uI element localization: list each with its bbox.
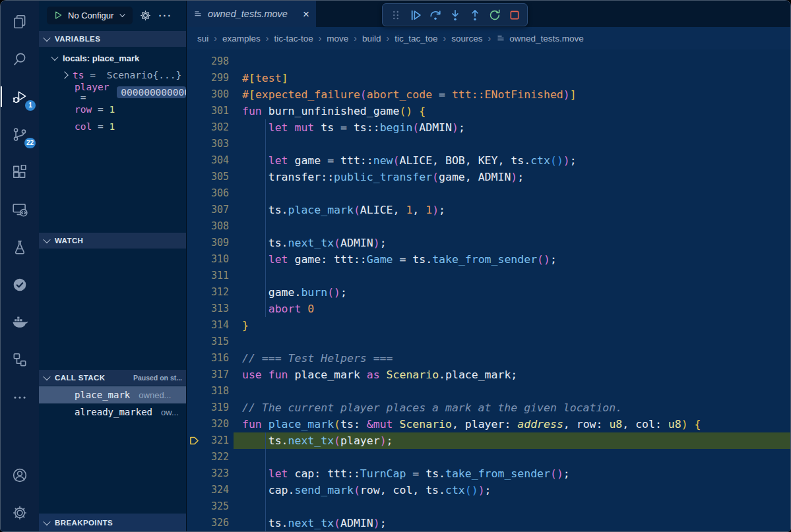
line-content[interactable]: ts.next_tx(ADMIN); bbox=[234, 515, 790, 531]
line-number[interactable]: 306 bbox=[187, 185, 229, 202]
breadcrumb-examples[interactable]: examples bbox=[222, 34, 261, 44]
activity-docker[interactable] bbox=[1, 303, 39, 341]
line-content[interactable]: let game = ttt::new(ALICE, BOB, KEY, ts.… bbox=[234, 152, 790, 169]
line-number[interactable]: 311 bbox=[187, 268, 229, 284]
line-number[interactable]: 321 bbox=[187, 432, 229, 449]
toolbar-grip[interactable] bbox=[386, 5, 405, 24]
line-number[interactable]: 301 bbox=[187, 103, 229, 119]
stop-button[interactable] bbox=[505, 5, 524, 24]
continue-button[interactable] bbox=[406, 5, 425, 24]
breadcrumb-build[interactable]: build bbox=[362, 34, 381, 44]
line-number[interactable]: 309 bbox=[187, 235, 229, 251]
line-number[interactable]: 298 bbox=[187, 53, 229, 70]
line-number[interactable]: 307 bbox=[187, 202, 229, 218]
line-number[interactable]: 305 bbox=[187, 169, 229, 185]
line-number[interactable]: 320 bbox=[187, 416, 229, 432]
variable-row-player[interactable]: player = 000000000000… bbox=[39, 84, 186, 101]
line-number[interactable]: 316 bbox=[187, 350, 229, 367]
watch-section-header[interactable]: WATCH bbox=[39, 233, 186, 249]
activity-checks[interactable] bbox=[1, 266, 39, 303]
activity-remote-explorer[interactable] bbox=[1, 191, 39, 228]
line-number[interactable]: 323 bbox=[187, 465, 229, 482]
line-content[interactable]: // === Test Helpers === bbox=[234, 350, 790, 367]
line-number[interactable]: 313 bbox=[187, 301, 229, 317]
line-number[interactable]: 308 bbox=[187, 218, 229, 235]
line-number[interactable]: 303 bbox=[187, 136, 229, 152]
breakpoints-section-header[interactable]: BREAKPOINTS bbox=[39, 514, 186, 531]
line-content[interactable]: #[expected_failure(abort_code = ttt::ENo… bbox=[234, 86, 790, 103]
breadcrumb-tic_tac_toe[interactable]: tic_tac_toe bbox=[395, 34, 437, 44]
stack-frame-already_marked[interactable]: already_markedow... bbox=[39, 403, 186, 421]
line-number[interactable]: 317 bbox=[187, 367, 229, 383]
line-content[interactable]: game.burn(); bbox=[234, 284, 790, 301]
call-stack-section-header[interactable]: CALL STACK Paused on st... bbox=[39, 370, 186, 386]
variable-row-row[interactable]: row = 1 bbox=[39, 101, 186, 118]
line-number[interactable]: 318 bbox=[187, 383, 229, 399]
activity-explorer[interactable] bbox=[1, 3, 39, 40]
breadcrumb-move[interactable]: move bbox=[327, 34, 348, 44]
line-number[interactable]: 299 bbox=[187, 70, 229, 86]
line-content[interactable] bbox=[234, 449, 790, 465]
line-number[interactable]: 304 bbox=[187, 152, 229, 169]
line-content[interactable]: #[test] bbox=[234, 70, 790, 86]
breadcrumb-sources[interactable]: sources bbox=[451, 34, 482, 44]
step-out-button[interactable] bbox=[465, 5, 484, 24]
line-content[interactable]: cap.send_mark(row, col, ts.ctx()); bbox=[234, 482, 790, 498]
more-actions-icon[interactable]: ··· bbox=[158, 10, 172, 21]
line-number[interactable]: 326 bbox=[187, 515, 229, 531]
line-content[interactable]: ts.place_mark(ALICE, 1, 1); bbox=[234, 202, 790, 218]
variables-scope-row[interactable]: locals: place_mark bbox=[39, 49, 186, 67]
line-content[interactable]: ts.next_tx(ADMIN); bbox=[234, 235, 790, 251]
line-content[interactable]: let mut ts = ts::begin(ADMIN); bbox=[234, 119, 790, 136]
restart-button[interactable] bbox=[485, 5, 504, 24]
line-content[interactable]: fun burn_unfinished_game() { bbox=[234, 103, 790, 119]
line-content[interactable]: let cap: ttt::TurnCap = ts.take_from_sen… bbox=[234, 465, 790, 482]
activity-manage[interactable] bbox=[1, 494, 39, 531]
activity-hierarchy-view[interactable] bbox=[1, 341, 39, 378]
line-content[interactable]: ts.next_tx(player); bbox=[234, 432, 790, 449]
line-number[interactable]: 314 bbox=[187, 317, 229, 334]
close-tab-icon[interactable]: × bbox=[303, 9, 309, 20]
line-content[interactable] bbox=[234, 498, 790, 515]
line-number[interactable]: 319 bbox=[187, 399, 229, 416]
line-number[interactable]: 325 bbox=[187, 498, 229, 515]
line-content[interactable]: abort 0 bbox=[234, 301, 790, 317]
stack-frame-place_mark[interactable]: place_markowned... bbox=[39, 386, 186, 403]
line-content[interactable]: } bbox=[234, 317, 790, 334]
start-debugging-icon[interactable] bbox=[53, 10, 63, 20]
line-number[interactable]: 315 bbox=[187, 334, 229, 350]
variable-row-col[interactable]: col = 1 bbox=[39, 118, 186, 135]
breadcrumb-file[interactable]: owned_tests.move bbox=[496, 34, 584, 44]
line-content[interactable]: let game: ttt::Game = ts.take_from_sende… bbox=[234, 251, 790, 268]
tab-owned-tests-move[interactable]: owned_tests.move × bbox=[187, 1, 316, 27]
line-content[interactable] bbox=[234, 383, 790, 399]
line-number[interactable]: 310 bbox=[187, 251, 229, 268]
variables-section-header[interactable]: VARIABLES bbox=[39, 31, 186, 47]
breadcrumb-tic-tac-toe[interactable]: tic-tac-toe bbox=[274, 34, 313, 44]
activity-additional-views[interactable] bbox=[1, 378, 39, 416]
line-content[interactable]: transfer::public_transfer(game, ADMIN); bbox=[234, 169, 790, 185]
activity-extensions[interactable] bbox=[1, 153, 39, 191]
line-number[interactable]: 300 bbox=[187, 86, 229, 103]
line-content[interactable] bbox=[234, 268, 790, 284]
line-content[interactable] bbox=[234, 53, 790, 70]
activity-testing[interactable] bbox=[1, 228, 39, 266]
line-number[interactable]: 324 bbox=[187, 482, 229, 498]
step-over-button[interactable] bbox=[426, 5, 445, 24]
activity-source-control[interactable]: 22 bbox=[1, 115, 39, 153]
breadcrumb-sui[interactable]: sui bbox=[197, 34, 208, 44]
debug-config-dropdown[interactable]: No Configur bbox=[47, 7, 133, 24]
gear-icon[interactable] bbox=[139, 9, 152, 22]
line-number[interactable]: 322 bbox=[187, 449, 229, 465]
line-content[interactable] bbox=[234, 218, 790, 235]
activity-search[interactable] bbox=[1, 40, 39, 78]
code-area[interactable]: 298299#[test]300#[expected_failure(abort… bbox=[187, 49, 790, 531]
line-content[interactable]: // The current player places a mark at t… bbox=[234, 399, 790, 416]
activity-accounts[interactable] bbox=[1, 456, 39, 494]
step-into-button[interactable] bbox=[445, 5, 464, 24]
line-content[interactable]: fun place_mark(ts: &mut Scenario, player… bbox=[234, 416, 790, 432]
line-content[interactable] bbox=[234, 136, 790, 152]
line-content[interactable]: use fun place_mark as Scenario.place_mar… bbox=[234, 367, 790, 383]
line-content[interactable] bbox=[234, 185, 790, 202]
activity-run-and-debug[interactable]: 1 bbox=[1, 78, 39, 115]
